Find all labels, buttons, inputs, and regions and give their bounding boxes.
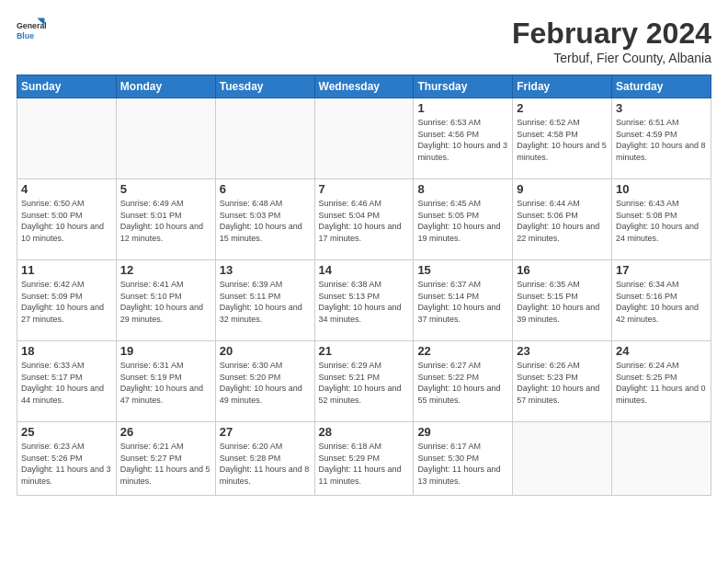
day-number: 4: [21, 182, 112, 196]
day-info: Sunrise: 6:41 AM Sunset: 5:10 PM Dayligh…: [120, 279, 211, 325]
header-wednesday: Wednesday: [314, 75, 414, 98]
day-info: Sunrise: 6:52 AM Sunset: 4:58 PM Dayligh…: [517, 117, 608, 163]
table-row: [116, 98, 215, 179]
day-info: Sunrise: 6:33 AM Sunset: 5:17 PM Dayligh…: [21, 360, 112, 406]
table-row: 6Sunrise: 6:48 AM Sunset: 5:03 PM Daylig…: [215, 179, 314, 260]
day-number: 24: [616, 344, 707, 358]
table-row: 26Sunrise: 6:21 AM Sunset: 5:27 PM Dayli…: [116, 422, 215, 496]
day-info: Sunrise: 6:27 AM Sunset: 5:22 PM Dayligh…: [417, 360, 508, 406]
table-row: [215, 98, 314, 179]
day-info: Sunrise: 6:44 AM Sunset: 5:06 PM Dayligh…: [517, 198, 608, 244]
calendar-week-row: 18Sunrise: 6:33 AM Sunset: 5:17 PM Dayli…: [17, 341, 711, 422]
table-row: 12Sunrise: 6:41 AM Sunset: 5:10 PM Dayli…: [116, 260, 215, 341]
table-row: [17, 98, 117, 179]
table-row: 21Sunrise: 6:29 AM Sunset: 5:21 PM Dayli…: [314, 341, 414, 422]
header-tuesday: Tuesday: [215, 75, 314, 98]
day-info: Sunrise: 6:18 AM Sunset: 5:29 PM Dayligh…: [319, 441, 410, 487]
day-info: Sunrise: 6:45 AM Sunset: 5:05 PM Dayligh…: [417, 198, 508, 244]
day-info: Sunrise: 6:39 AM Sunset: 5:11 PM Dayligh…: [220, 279, 311, 325]
day-number: 10: [616, 182, 707, 196]
day-info: Sunrise: 6:23 AM Sunset: 5:26 PM Dayligh…: [21, 441, 112, 487]
table-row: 13Sunrise: 6:39 AM Sunset: 5:11 PM Dayli…: [215, 260, 314, 341]
header-thursday: Thursday: [414, 75, 513, 98]
table-row: 4Sunrise: 6:50 AM Sunset: 5:00 PM Daylig…: [17, 179, 117, 260]
day-info: Sunrise: 6:38 AM Sunset: 5:13 PM Dayligh…: [319, 279, 410, 325]
day-number: 6: [220, 182, 311, 196]
day-info: Sunrise: 6:37 AM Sunset: 5:14 PM Dayligh…: [417, 279, 508, 325]
table-row: 18Sunrise: 6:33 AM Sunset: 5:17 PM Dayli…: [17, 341, 117, 422]
day-info: Sunrise: 6:34 AM Sunset: 5:16 PM Dayligh…: [616, 279, 707, 325]
day-info: Sunrise: 6:29 AM Sunset: 5:21 PM Dayligh…: [319, 360, 410, 406]
day-info: Sunrise: 6:30 AM Sunset: 5:20 PM Dayligh…: [220, 360, 311, 406]
calendar-title: February 2024: [512, 17, 711, 51]
calendar-week-row: 25Sunrise: 6:23 AM Sunset: 5:26 PM Dayli…: [17, 422, 711, 496]
day-number: 20: [220, 344, 311, 358]
day-number: 11: [21, 263, 112, 277]
day-number: 18: [21, 344, 112, 358]
day-number: 13: [220, 263, 311, 277]
day-number: 1: [417, 101, 508, 115]
page: General Blue February 2024 Terbuf, Fier …: [0, 0, 728, 563]
table-row: 5Sunrise: 6:49 AM Sunset: 5:01 PM Daylig…: [116, 179, 215, 260]
day-number: 9: [517, 182, 608, 196]
calendar-location: Terbuf, Fier County, Albania: [512, 51, 711, 65]
table-row: 11Sunrise: 6:42 AM Sunset: 5:09 PM Dayli…: [17, 260, 117, 341]
day-number: 8: [417, 182, 508, 196]
table-row: 28Sunrise: 6:18 AM Sunset: 5:29 PM Dayli…: [314, 422, 414, 496]
calendar-table: Sunday Monday Tuesday Wednesday Thursday…: [17, 75, 711, 496]
day-number: 3: [616, 101, 707, 115]
header-friday: Friday: [513, 75, 612, 98]
logo: General Blue: [17, 17, 46, 46]
day-number: 21: [319, 344, 410, 358]
day-number: 12: [120, 263, 211, 277]
table-row: 17Sunrise: 6:34 AM Sunset: 5:16 PM Dayli…: [612, 260, 711, 341]
day-info: Sunrise: 6:49 AM Sunset: 5:01 PM Dayligh…: [120, 198, 211, 244]
day-info: Sunrise: 6:42 AM Sunset: 5:09 PM Dayligh…: [21, 279, 112, 325]
day-info: Sunrise: 6:35 AM Sunset: 5:15 PM Dayligh…: [517, 279, 608, 325]
day-info: Sunrise: 6:46 AM Sunset: 5:04 PM Dayligh…: [319, 198, 410, 244]
title-block: February 2024 Terbuf, Fier County, Alban…: [512, 17, 711, 65]
day-info: Sunrise: 6:20 AM Sunset: 5:28 PM Dayligh…: [220, 441, 311, 487]
day-info: Sunrise: 6:50 AM Sunset: 5:00 PM Dayligh…: [21, 198, 112, 244]
table-row: 8Sunrise: 6:45 AM Sunset: 5:05 PM Daylig…: [414, 179, 513, 260]
day-info: Sunrise: 6:51 AM Sunset: 4:59 PM Dayligh…: [616, 117, 707, 163]
logo-icon: General Blue: [17, 17, 46, 46]
day-number: 23: [517, 344, 608, 358]
day-info: Sunrise: 6:21 AM Sunset: 5:27 PM Dayligh…: [120, 441, 211, 487]
day-number: 28: [319, 425, 410, 439]
day-number: 5: [120, 182, 211, 196]
day-number: 25: [21, 425, 112, 439]
calendar-week-row: 4Sunrise: 6:50 AM Sunset: 5:00 PM Daylig…: [17, 179, 711, 260]
day-info: Sunrise: 6:48 AM Sunset: 5:03 PM Dayligh…: [220, 198, 311, 244]
table-row: 23Sunrise: 6:26 AM Sunset: 5:23 PM Dayli…: [513, 341, 612, 422]
day-number: 17: [616, 263, 707, 277]
table-row: 1Sunrise: 6:53 AM Sunset: 4:56 PM Daylig…: [414, 98, 513, 179]
day-number: 7: [319, 182, 410, 196]
day-info: Sunrise: 6:17 AM Sunset: 5:30 PM Dayligh…: [417, 441, 508, 487]
table-row: [612, 422, 711, 496]
day-info: Sunrise: 6:43 AM Sunset: 5:08 PM Dayligh…: [616, 198, 707, 244]
calendar-week-row: 11Sunrise: 6:42 AM Sunset: 5:09 PM Dayli…: [17, 260, 711, 341]
header-monday: Monday: [116, 75, 215, 98]
table-row: 2Sunrise: 6:52 AM Sunset: 4:58 PM Daylig…: [513, 98, 612, 179]
day-number: 29: [417, 425, 508, 439]
day-number: 2: [517, 101, 608, 115]
header: General Blue February 2024 Terbuf, Fier …: [17, 17, 711, 65]
header-sunday: Sunday: [17, 75, 117, 98]
day-number: 16: [517, 263, 608, 277]
day-info: Sunrise: 6:53 AM Sunset: 4:56 PM Dayligh…: [417, 117, 508, 163]
day-number: 14: [319, 263, 410, 277]
weekday-header-row: Sunday Monday Tuesday Wednesday Thursday…: [17, 75, 711, 98]
table-row: 14Sunrise: 6:38 AM Sunset: 5:13 PM Dayli…: [314, 260, 414, 341]
day-number: 15: [417, 263, 508, 277]
table-row: 27Sunrise: 6:20 AM Sunset: 5:28 PM Dayli…: [215, 422, 314, 496]
day-info: Sunrise: 6:31 AM Sunset: 5:19 PM Dayligh…: [120, 360, 211, 406]
header-saturday: Saturday: [612, 75, 711, 98]
table-row: 10Sunrise: 6:43 AM Sunset: 5:08 PM Dayli…: [612, 179, 711, 260]
table-row: 22Sunrise: 6:27 AM Sunset: 5:22 PM Dayli…: [414, 341, 513, 422]
day-info: Sunrise: 6:24 AM Sunset: 5:25 PM Dayligh…: [616, 360, 707, 406]
day-number: 27: [220, 425, 311, 439]
day-info: Sunrise: 6:26 AM Sunset: 5:23 PM Dayligh…: [517, 360, 608, 406]
table-row: [513, 422, 612, 496]
day-number: 19: [120, 344, 211, 358]
